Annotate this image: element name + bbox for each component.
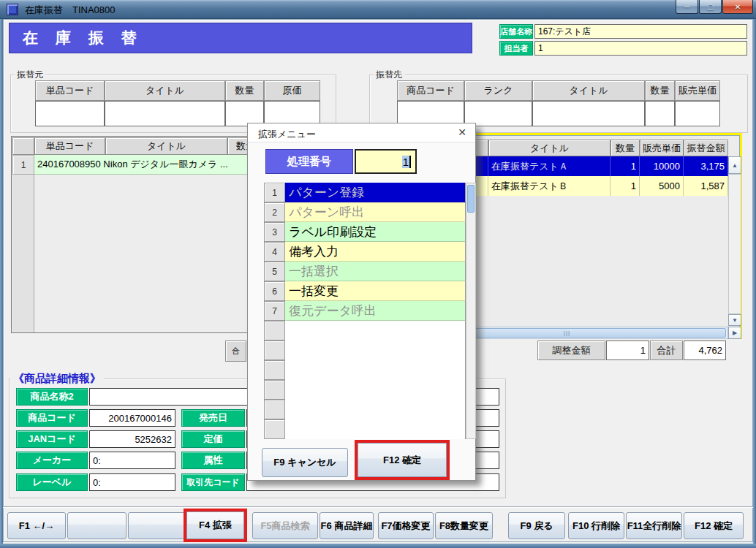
menu-empty-row [285,419,466,439]
menu-empty-row-number [264,360,285,380]
dest-entry-header-unit-price: 販売単価 [675,80,720,101]
maker-field[interactable]: 0: [89,452,175,469]
source-entry-header-cost: 原価 [264,80,320,101]
process-number-input[interactable]: 1 [355,149,417,174]
jan-code-field[interactable]: 5252632 [89,430,175,448]
fkey-f11-delete-all-rows[interactable]: F11全行削除 [626,512,682,539]
source-group-label: 振替元 [15,69,45,80]
vertical-scrollbar-track[interactable] [728,174,741,314]
process-number-label: 処理番号 [265,149,353,174]
menu-item-bulk-select: 一括選択 [285,262,466,281]
menu-empty-row [285,321,466,340]
source-grid-header-title: タイトル [105,137,227,155]
scroll-down-icon: ▼ [732,317,738,324]
release-date-label: 発売日 [181,409,245,427]
dest-row-unit-price: 10000 [640,156,684,176]
scroll-up-icon: ▲ [732,162,738,169]
menu-item-number: 7 [264,301,285,321]
dest-grid-header-title: タイトル [488,140,611,156]
menu-item-bulk-change[interactable]: 一括変更 [285,281,466,301]
dialog-title-bar[interactable]: 拡張メニュー ✕ [248,123,475,142]
store-name-label: 店舗名称 [499,24,533,39]
dest-group-label: 振替先 [374,69,404,80]
menu-item-pattern-register[interactable]: パターン登録 [285,183,466,202]
fkey-f7-price-change[interactable]: F7価格変更 [378,512,434,539]
menu-scrollbar-thumb[interactable] [467,185,475,213]
fkey-f2-empty[interactable] [67,512,126,539]
dest-entry-header-rank: ランク [464,80,532,101]
dest-row-qty: 1 [611,156,640,176]
menu-empty-row-number [264,400,285,419]
function-bar-divider [3,506,753,508]
source-entry-header-title: タイトル [105,80,225,101]
dest-row-title: 在庫振替テストＡ [488,156,611,176]
source-entry-input-title[interactable] [105,101,225,126]
menu-empty-row-number [264,419,285,439]
adjust-amount-label: 調整金額 [537,340,605,360]
menu-empty-row [285,340,466,360]
menu-item-remarks-input[interactable]: 備考入力 [285,242,466,262]
label-field[interactable]: 0: [89,473,175,491]
menu-item-number: 1 [264,183,285,202]
fkey-f9-back[interactable]: F9 戻る [508,512,565,539]
menu-empty-row [285,400,466,419]
label-label: レーベル [16,473,88,491]
adjust-amount-field[interactable]: 1 [606,340,649,360]
source-entry-input-item-code[interactable] [35,101,105,126]
menu-item-label-print-settings[interactable]: ラベル印刷設定 [285,222,466,242]
total-field[interactable]: 4,762 [684,340,726,360]
close-button[interactable]: ✕ [722,0,753,14]
dialog-confirm-highlight: F12 確定 [355,440,450,480]
app-icon [7,4,18,15]
dialog-cancel-button[interactable]: F9 キャンセル [262,448,348,477]
dest-entry-input-title[interactable] [532,101,645,126]
maximize-icon: ▢ [707,3,714,11]
scroll-right-icon: ▶ [733,330,737,336]
menu-item-restore-data-recall: 復元データ呼出 [285,301,466,321]
staff-field[interactable]: 1 [534,41,747,56]
minimize-button[interactable]: ─ [676,0,698,14]
store-name-field[interactable]: 167:テスト店 [534,24,747,39]
scrollbar-down-button[interactable]: ▼ [728,314,741,326]
dest-entry-input-qty[interactable] [645,101,675,126]
product-code-field[interactable]: 200167000146 [89,409,175,427]
dest-entry-input-unit-price[interactable] [675,101,720,126]
fkey-f12-confirm[interactable]: F12 確定 [684,512,744,539]
dest-entry-header-title: タイトル [532,80,645,101]
scrollbar-up-button[interactable]: ▲ [728,156,741,174]
fkey-f10-delete-row[interactable]: F10 行削除 [568,512,624,539]
title-bar[interactable]: 在庫振替 TINA0800 [0,0,756,19]
menu-item-number: 4 [264,242,285,262]
dest-grid-header-amount: 振替金額 [684,140,728,156]
scrollbar-right-button[interactable]: ▶ [728,327,741,339]
fkey-f8-qty-change[interactable]: F8数量変更 [435,512,493,539]
dialog-confirm-button[interactable]: F12 確定 [358,443,447,477]
total-label: 合計 [650,340,683,360]
menu-empty-row-number [264,340,285,360]
page-title: 在 庫 振 替 [23,28,143,48]
dest-grid-header-qty: 数量 [611,140,640,156]
fkey-f6-product-detail[interactable]: F6 商品詳細 [320,512,374,539]
supplier-code-label: 取引先コード [181,473,245,491]
fkey-f4-extend[interactable]: F4 拡張 [186,511,244,539]
source-row-number: 1 [12,155,34,175]
dest-row-unit-price: 5000 [640,176,684,196]
dest-row-amount: 1,587 [684,176,728,196]
page-title-banner: 在 庫 振 替 [9,23,472,53]
dest-entry-header-qty: 数量 [645,80,675,101]
extended-menu-dialog: 拡張メニュー ✕ 処理番号 1 1 パターン登録 2 パターン呼出 3 ラベル印… [247,123,476,481]
dest-row-amount: 3,175 [684,156,728,176]
menu-empty-row-number [264,321,285,340]
dest-row-title: 在庫振替テストＢ [488,176,611,196]
dest-entry-header-product-code: 商品コード [397,80,464,101]
jan-code-label: JANコード [16,430,88,448]
menu-scrollbar-track[interactable] [466,183,476,439]
app-window: 在庫振替 TINA0800 ─ ▢ ✕ 在 庫 振 替 店舗名称 167:テスト… [0,0,756,548]
fkey-f3-empty[interactable] [128,512,185,539]
dialog-close-icon[interactable]: ✕ [458,126,466,138]
maximize-button[interactable]: ▢ [699,0,722,14]
source-entry-header-item-code: 単品コード [35,80,105,101]
maker-label: メーカー [16,452,88,469]
product-name2-label: 商品名称2 [16,388,88,406]
fkey-f1-swap[interactable]: F1 ←/→ [7,512,66,539]
